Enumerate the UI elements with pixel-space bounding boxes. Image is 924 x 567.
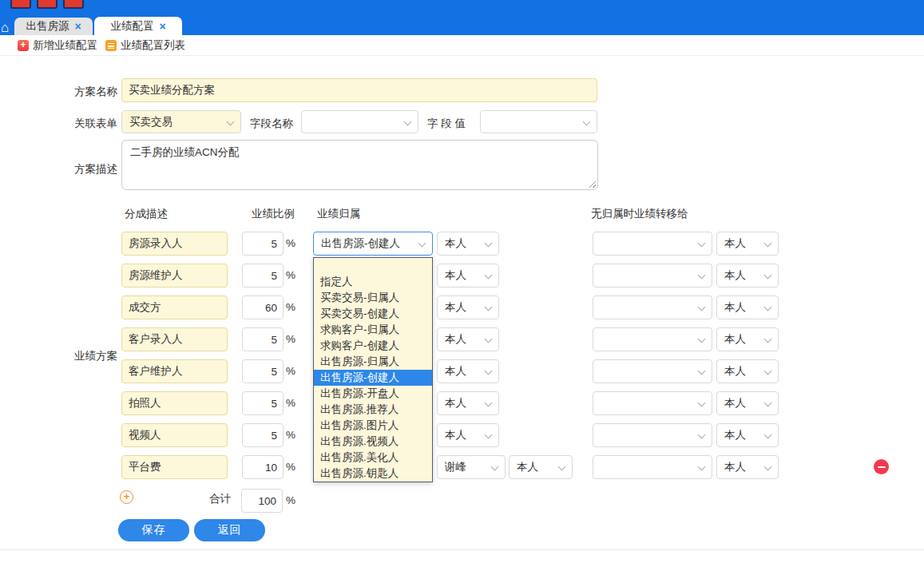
- ratio-input[interactable]: [242, 423, 284, 447]
- split-desc-input[interactable]: [121, 295, 228, 319]
- plan-desc-label: 方案描述: [48, 162, 117, 176]
- split-desc-input[interactable]: [121, 327, 228, 351]
- transfer-self-select[interactable]: 本人: [716, 455, 779, 479]
- ratio-input[interactable]: [242, 391, 284, 415]
- self-select[interactable]: 本人: [437, 295, 499, 319]
- percent-label: %: [286, 237, 295, 249]
- transfer-select[interactable]: [593, 423, 712, 447]
- self-select-value: 本人: [445, 332, 466, 347]
- dropdown-option[interactable]: 指定人: [314, 274, 432, 290]
- logo-glyph: [37, 0, 58, 9]
- field-name-label: 字段名称: [250, 117, 293, 131]
- ratio-input[interactable]: [242, 455, 284, 479]
- self-select[interactable]: 本人: [437, 423, 499, 447]
- transfer-self-select[interactable]: 本人: [716, 423, 779, 447]
- transfer-select[interactable]: [593, 232, 712, 256]
- chevron-down-icon: [764, 399, 772, 407]
- chevron-down-icon: [698, 431, 706, 439]
- field-value-select[interactable]: [480, 110, 597, 133]
- split-desc-input[interactable]: [121, 455, 228, 479]
- ratio-input[interactable]: [242, 295, 284, 319]
- chevron-down-icon: [485, 240, 493, 248]
- transfer-self-select[interactable]: 本人: [716, 264, 779, 287]
- plan-row: % 本人 本人: [0, 423, 924, 447]
- owner-select[interactable]: 出售房源-创建人: [313, 232, 433, 256]
- person-select[interactable]: 谢峰: [437, 455, 506, 479]
- transfer-self-select[interactable]: 本人: [716, 391, 779, 415]
- plan-row: % 本人 本人: [0, 359, 924, 383]
- dropdown-option[interactable]: 买卖交易-创建人: [314, 306, 432, 322]
- self-select[interactable]: 本人: [437, 391, 499, 415]
- owner-dropdown-list: 指定人买卖交易-归属人买卖交易-创建人求购客户-归属人求购客户-创建人出售房源-…: [313, 257, 433, 482]
- plan-desc-textarea[interactable]: 二手房的业绩ACN分配: [121, 140, 598, 190]
- new-performance-config-button[interactable]: + 新增业绩配置: [18, 35, 97, 55]
- tab-sale-listings[interactable]: 出售房源 ×: [14, 18, 93, 35]
- split-desc-input[interactable]: [121, 232, 228, 256]
- dropdown-option[interactable]: 出售房源-归属人: [314, 354, 432, 370]
- dropdown-option[interactable]: 出售房源.视频人: [314, 434, 432, 450]
- add-row-button[interactable]: +: [120, 490, 133, 504]
- transfer-select[interactable]: [593, 359, 712, 383]
- dropdown-option[interactable]: 出售房源-创建人: [314, 370, 432, 386]
- percent-label: %: [286, 269, 295, 281]
- dropdown-option[interactable]: 出售房源.美化人: [314, 450, 432, 466]
- chevron-down-icon: [698, 272, 706, 280]
- ratio-input[interactable]: [242, 327, 284, 351]
- top-bar: ⌂ 出售房源 × 业绩配置 ×: [0, 0, 924, 35]
- dropdown-option[interactable]: [314, 258, 432, 274]
- back-button[interactable]: 返回: [194, 519, 265, 541]
- dropdown-option[interactable]: 买卖交易-归属人: [314, 290, 432, 306]
- transfer-select[interactable]: [593, 327, 712, 351]
- chevron-down-icon: [698, 463, 706, 471]
- chevron-down-icon: [404, 118, 412, 126]
- chevron-down-icon: [698, 367, 706, 375]
- self-select[interactable]: 本人: [437, 327, 499, 351]
- split-desc-input[interactable]: [121, 359, 228, 383]
- field-name-select[interactable]: [301, 110, 418, 133]
- plan-name-input[interactable]: [121, 78, 597, 102]
- transfer-self-select-value: 本人: [724, 364, 746, 379]
- dropdown-option[interactable]: 出售房源.推荐人: [314, 402, 432, 418]
- tab-performance-config[interactable]: 业绩配置 ×: [94, 17, 182, 35]
- self-select[interactable]: 本人: [437, 232, 499, 256]
- close-tab-icon[interactable]: ×: [74, 21, 81, 32]
- transfer-self-select[interactable]: 本人: [716, 232, 779, 256]
- total-input[interactable]: [241, 489, 283, 513]
- self-select[interactable]: 本人: [509, 455, 573, 479]
- column-header-owner: 业绩归属: [317, 207, 360, 221]
- performance-config-list-button[interactable]: 业绩配置列表: [105, 35, 185, 55]
- close-tab-icon[interactable]: ×: [159, 21, 165, 32]
- dropdown-option[interactable]: 求购客户-归属人: [314, 322, 432, 338]
- remove-row-button[interactable]: [874, 459, 889, 474]
- ratio-input[interactable]: [242, 232, 284, 256]
- chevron-down-icon: [227, 118, 235, 126]
- chevron-down-icon: [698, 399, 706, 407]
- related-form-select[interactable]: 买卖交易: [121, 110, 241, 133]
- save-button[interactable]: 保存: [118, 519, 189, 541]
- ratio-input[interactable]: [242, 264, 284, 287]
- transfer-select[interactable]: [593, 391, 712, 415]
- self-select-value: 本人: [445, 236, 466, 251]
- dropdown-option[interactable]: 出售房源.图片人: [314, 418, 432, 434]
- home-icon[interactable]: ⌂: [1, 21, 9, 34]
- transfer-select[interactable]: [593, 455, 712, 479]
- chevron-down-icon: [764, 431, 772, 439]
- transfer-select[interactable]: [593, 295, 712, 319]
- transfer-self-select[interactable]: 本人: [716, 327, 779, 351]
- transfer-select[interactable]: [593, 264, 712, 287]
- split-desc-input[interactable]: [121, 264, 228, 287]
- resize-handle-icon[interactable]: [588, 180, 596, 188]
- dropdown-option[interactable]: 求购客户-创建人: [314, 338, 432, 354]
- transfer-self-select[interactable]: 本人: [716, 295, 779, 319]
- dropdown-option[interactable]: 出售房源.钥匙人: [314, 466, 432, 482]
- percent-label: %: [286, 429, 295, 441]
- split-desc-input[interactable]: [121, 423, 228, 447]
- transfer-self-select[interactable]: 本人: [716, 359, 779, 383]
- dropdown-option[interactable]: 出售房源-开盘人: [314, 386, 432, 402]
- transfer-self-select-value: 本人: [724, 236, 746, 251]
- ratio-input[interactable]: [242, 359, 284, 383]
- self-select[interactable]: 本人: [437, 264, 499, 287]
- related-form-label: 关联表单: [48, 117, 117, 131]
- self-select[interactable]: 本人: [437, 359, 499, 383]
- split-desc-input[interactable]: [121, 391, 228, 415]
